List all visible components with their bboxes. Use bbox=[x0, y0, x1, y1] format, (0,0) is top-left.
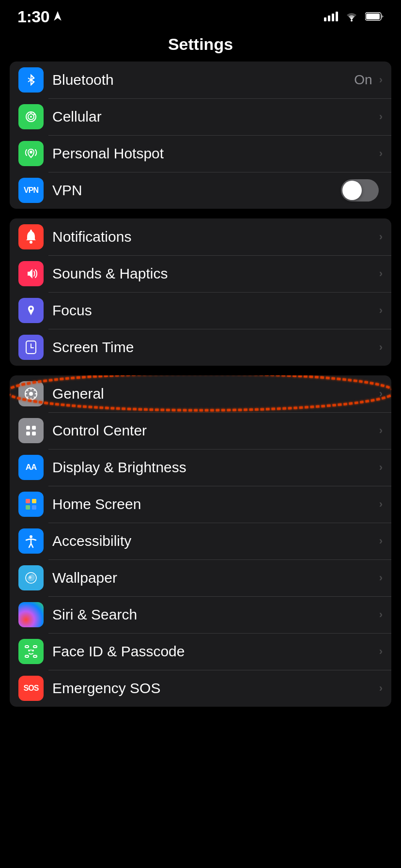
notifications-chevron: › bbox=[379, 231, 383, 243]
status-time: 1:30 bbox=[17, 7, 62, 26]
wallpaper-chevron: › bbox=[379, 572, 383, 584]
siri-chevron: › bbox=[379, 608, 383, 621]
notifications-icon-wrap bbox=[18, 224, 44, 249]
row-notifications[interactable]: Notifications › bbox=[10, 218, 391, 255]
svg-point-11 bbox=[30, 308, 32, 310]
page-title: Settings bbox=[0, 35, 401, 54]
screentime-chevron: › bbox=[379, 341, 383, 354]
svg-line-24 bbox=[34, 389, 35, 391]
status-bar: 1:30 bbox=[0, 0, 401, 29]
sounds-icon-wrap bbox=[18, 261, 44, 286]
svg-line-23 bbox=[34, 397, 35, 398]
accessibility-icon-wrap bbox=[18, 528, 44, 554]
vpn-icon-wrap: VPN bbox=[18, 178, 44, 203]
bluetooth-chevron: › bbox=[379, 74, 383, 86]
battery-icon bbox=[365, 12, 384, 21]
faceid-label: Face ID & Passcode bbox=[52, 643, 377, 660]
svg-rect-2 bbox=[366, 14, 380, 19]
vpn-label: VPN bbox=[52, 182, 341, 199]
bluetooth-icon-wrap bbox=[18, 67, 44, 93]
general-icon-wrap bbox=[18, 381, 44, 406]
row-hotspot[interactable]: Personal Hotspot › bbox=[10, 135, 391, 172]
cellular-icon-wrap bbox=[18, 104, 44, 129]
row-siri[interactable]: Siri & Search › bbox=[10, 596, 391, 633]
row-sounds[interactable]: Sounds & Haptics › bbox=[10, 255, 391, 292]
siri-label: Siri & Search bbox=[52, 606, 377, 623]
cellular-chevron: › bbox=[379, 110, 383, 123]
row-screentime[interactable]: Screen Time › bbox=[10, 329, 391, 366]
sos-icon-wrap: SOS bbox=[18, 676, 44, 701]
homescreen-icon-wrap bbox=[18, 492, 44, 517]
section-connectivity: Bluetooth On › Cellular › Personal Ho bbox=[10, 62, 391, 209]
row-faceid[interactable]: Face ID & Passcode › bbox=[10, 633, 391, 670]
svg-point-9 bbox=[30, 241, 32, 244]
svg-rect-43 bbox=[33, 655, 37, 657]
homescreen-label: Home Screen bbox=[52, 496, 377, 512]
faceid-chevron: › bbox=[379, 645, 383, 658]
display-chevron: › bbox=[379, 461, 383, 474]
section-system1: Notifications › Sounds & Haptics › Focus… bbox=[10, 218, 391, 366]
controlcenter-chevron: › bbox=[379, 424, 383, 437]
svg-point-38 bbox=[30, 535, 32, 538]
accessibility-chevron: › bbox=[379, 535, 383, 547]
page-header: Settings bbox=[0, 29, 401, 62]
svg-line-7 bbox=[33, 114, 35, 115]
row-focus[interactable]: Focus › bbox=[10, 292, 391, 329]
sos-label: Emergency SOS bbox=[52, 680, 377, 697]
status-icons bbox=[324, 11, 384, 22]
screentime-icon-wrap bbox=[18, 335, 44, 360]
bluetooth-value: On bbox=[354, 72, 372, 88]
svg-point-17 bbox=[29, 392, 33, 396]
svg-point-45 bbox=[32, 650, 34, 651]
row-controlcenter[interactable]: Control Center › bbox=[10, 412, 391, 449]
general-chevron: › bbox=[379, 388, 383, 400]
vpn-toggle[interactable] bbox=[341, 179, 379, 202]
section-system2: General › Control Center › AA Display & … bbox=[10, 375, 391, 707]
svg-rect-36 bbox=[26, 505, 30, 510]
bluetooth-label: Bluetooth bbox=[52, 72, 354, 88]
row-sos[interactable]: SOS Emergency SOS › bbox=[10, 670, 391, 707]
svg-rect-10 bbox=[30, 230, 32, 232]
location-icon bbox=[53, 11, 62, 22]
focus-chevron: › bbox=[379, 304, 383, 317]
controlcenter-label: Control Center bbox=[52, 422, 377, 439]
svg-rect-40 bbox=[25, 646, 29, 648]
signal-icon bbox=[324, 12, 338, 21]
svg-point-0 bbox=[351, 20, 353, 22]
hotspot-icon-wrap bbox=[18, 141, 44, 166]
sounds-label: Sounds & Haptics bbox=[52, 265, 377, 282]
row-display[interactable]: AA Display & Brightness › bbox=[10, 449, 391, 486]
row-cellular[interactable]: Cellular › bbox=[10, 98, 391, 135]
hotspot-chevron: › bbox=[379, 147, 383, 160]
controlcenter-icon-wrap bbox=[18, 418, 44, 443]
svg-rect-42 bbox=[25, 655, 29, 657]
row-homescreen[interactable]: Home Screen › bbox=[10, 486, 391, 523]
row-general[interactable]: General › bbox=[10, 375, 391, 412]
wifi-icon bbox=[345, 11, 358, 22]
row-bluetooth[interactable]: Bluetooth On › bbox=[10, 62, 391, 98]
vpn-toggle-thumb bbox=[342, 181, 362, 200]
svg-rect-34 bbox=[26, 499, 30, 503]
display-icon-wrap: AA bbox=[18, 455, 44, 480]
wallpaper-label: Wallpaper bbox=[52, 570, 377, 586]
row-wallpaper[interactable]: Wallpaper › bbox=[10, 559, 391, 596]
sos-chevron: › bbox=[379, 682, 383, 695]
screentime-label: Screen Time bbox=[52, 339, 377, 356]
row-vpn[interactable]: VPN VPN bbox=[10, 172, 391, 209]
cellular-label: Cellular bbox=[52, 108, 377, 125]
display-label: Display & Brightness bbox=[52, 459, 377, 476]
row-accessibility[interactable]: Accessibility › bbox=[10, 523, 391, 559]
general-section-wrapper: General › Control Center › AA Display & … bbox=[0, 375, 401, 707]
homescreen-chevron: › bbox=[379, 498, 383, 511]
focus-icon-wrap bbox=[18, 298, 44, 323]
sounds-chevron: › bbox=[379, 267, 383, 280]
notifications-label: Notifications bbox=[52, 229, 377, 245]
accessibility-label: Accessibility bbox=[52, 533, 377, 549]
svg-rect-41 bbox=[33, 646, 37, 648]
general-label: General bbox=[52, 386, 377, 402]
faceid-icon-wrap bbox=[18, 639, 44, 664]
svg-rect-27 bbox=[32, 426, 36, 430]
svg-point-5 bbox=[30, 116, 32, 118]
svg-rect-35 bbox=[32, 499, 36, 503]
svg-line-25 bbox=[27, 397, 28, 398]
